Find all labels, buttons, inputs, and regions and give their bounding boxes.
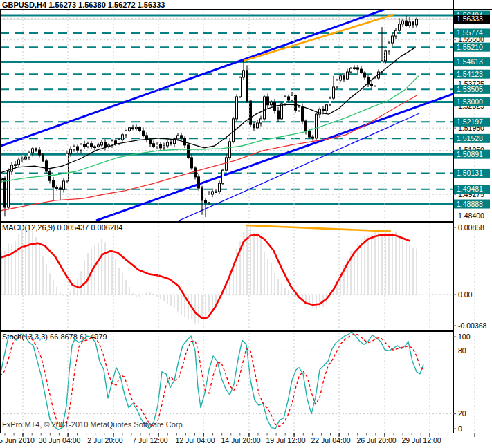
candle-bull — [243, 71, 245, 77]
candle-bear — [194, 168, 197, 177]
candle-bear — [250, 101, 252, 124]
candle-bear — [132, 128, 134, 129]
macd-signal-line — [0, 235, 410, 319]
candle-bull — [87, 144, 89, 147]
candle-bear — [305, 121, 307, 131]
level-price-label: 1.55774 — [457, 28, 483, 37]
macd-panel — [0, 225, 453, 324]
candle-bear — [322, 109, 325, 111]
candle-bear — [60, 188, 62, 189]
candle-bull — [80, 144, 82, 150]
date-axis-label: 26 Jul 20:00 — [356, 436, 396, 445]
candle-bear — [277, 111, 280, 119]
candle-bull — [239, 77, 242, 97]
candle-bull — [409, 22, 411, 26]
candle-bear — [143, 131, 145, 136]
candle-bull — [392, 36, 394, 43]
candle-bull — [219, 183, 221, 192]
symbol-title: GBPUSD,H4 1.56273 1.56380 1.56272 1.5633… — [2, 1, 165, 9]
candle-bull — [329, 98, 331, 105]
candle-bull — [11, 165, 13, 171]
candle-bull — [388, 43, 390, 51]
level-price-label: 1.54123 — [457, 70, 483, 78]
level-price-label: 1.48888 — [457, 200, 483, 208]
date-axis-label: 12 Jul 04:00 — [175, 436, 215, 445]
platform-watermark: FxPro MT4, © 2001-2010 MetaQuotes Softwa… — [2, 420, 185, 429]
candle-bull — [399, 24, 401, 30]
candle-bull — [291, 95, 293, 100]
candle-bull — [260, 119, 262, 123]
candle-bull — [271, 102, 273, 105]
candle-bull — [129, 128, 131, 131]
candle-bear — [191, 158, 193, 168]
candle-bull — [208, 194, 210, 203]
macd-axis-label: 0.00858 — [458, 223, 484, 232]
candle-bear — [160, 144, 162, 148]
candle-bear — [246, 71, 248, 101]
candle-bear — [364, 73, 366, 77]
candle-bear — [309, 131, 311, 137]
candle-bull — [233, 119, 235, 142]
candle-bear — [84, 144, 86, 147]
candle-bull — [73, 147, 75, 149]
date-axis-label: 30 Jun 04:00 — [39, 436, 81, 445]
candle-bull — [226, 158, 228, 170]
candle-bull — [395, 30, 397, 36]
price-axis-label: 1.48400 — [458, 212, 484, 220]
candle-bear — [412, 22, 414, 25]
macd-axis-label: 0.00 — [458, 290, 473, 299]
candle-bear — [104, 142, 107, 147]
candle-bull — [25, 157, 27, 159]
candle-bear — [343, 76, 345, 79]
candle-bull — [402, 21, 404, 24]
candle-bull — [94, 147, 96, 148]
date-axis-label: 25 Jun 2010 — [0, 436, 35, 445]
candle-bull — [281, 104, 283, 119]
date-axis-label: 22 Jul 04:00 — [311, 436, 350, 445]
candle-bear — [371, 84, 373, 86]
candle-bull — [8, 171, 10, 207]
candle-bear — [53, 180, 55, 187]
candle-bull — [229, 142, 231, 158]
candle-bull — [18, 160, 20, 165]
macd-axis-label: -0.00368 — [458, 321, 487, 330]
candle-bear — [267, 97, 269, 105]
level-price-label: 1.51528 — [457, 134, 483, 142]
candle-bull — [336, 80, 338, 87]
candle-bear — [42, 155, 44, 161]
main-panel — [0, 7, 453, 223]
macd-indicator-label: MACD(12,26,9) 0.005437 0.006284 — [2, 223, 122, 232]
date-axis-label: 29 Jul 12:00 — [401, 436, 441, 445]
candle-bull — [222, 170, 224, 183]
candle-bull — [381, 61, 383, 72]
candle-bear — [39, 150, 41, 155]
level-price-label: 1.50891 — [457, 150, 483, 158]
candle-bull — [32, 149, 34, 153]
candle-bull — [264, 97, 266, 119]
candle-bull — [298, 107, 300, 111]
candle-bear — [49, 171, 51, 180]
candle-bull — [63, 181, 65, 189]
candle-bull — [333, 87, 335, 98]
date-axis-label: 2 Jul 20:00 — [87, 436, 123, 445]
candle-bull — [98, 145, 100, 147]
candle-bear — [77, 147, 79, 150]
candle-bull — [340, 76, 342, 80]
candle-bull — [284, 97, 286, 104]
candle-bull — [15, 165, 17, 166]
candle-bull — [101, 142, 103, 145]
candle-bear — [288, 97, 290, 100]
level-price-label: 1.55210 — [457, 43, 483, 51]
candle-bear — [115, 141, 117, 144]
candle-bear — [312, 137, 314, 138]
candle-bear — [91, 144, 93, 147]
candle-bear — [170, 142, 172, 144]
candle-bull — [167, 142, 169, 146]
candle-bull — [236, 97, 238, 119]
candle-bull — [350, 68, 352, 72]
candle-bull — [374, 78, 376, 86]
candle-bull — [122, 135, 124, 140]
candle-bear — [188, 145, 190, 158]
candle-bear — [139, 127, 141, 131]
candle-bear — [198, 177, 200, 188]
